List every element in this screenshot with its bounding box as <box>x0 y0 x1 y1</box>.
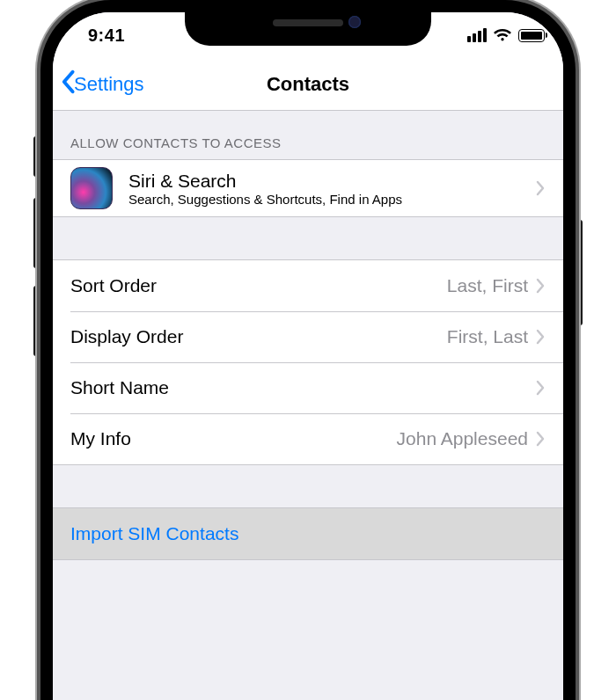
row-import-sim-contacts[interactable]: Import SIM Contacts <box>53 508 563 559</box>
section-header-access: Allow Contacts to Access <box>53 111 563 159</box>
display-order-label: Display Order <box>70 326 447 347</box>
sort-order-label: Sort Order <box>70 275 447 296</box>
status-time: 9:41 <box>88 26 125 46</box>
sort-order-value: Last, First <box>447 275 528 296</box>
back-button-label: Settings <box>74 73 144 96</box>
my-info-label: My Info <box>70 428 397 449</box>
chevron-right-icon <box>535 278 546 294</box>
import-sim-label: Import SIM Contacts <box>70 523 546 544</box>
row-sort-order[interactable]: Sort Order Last, First <box>53 260 563 311</box>
chevron-left-icon <box>60 69 74 99</box>
siri-icon <box>70 167 113 209</box>
cellular-signal-icon <box>467 28 487 42</box>
battery-icon <box>518 29 547 42</box>
chevron-right-icon <box>535 380 546 396</box>
siri-row-subtitle: Search, Suggestions & Shortcuts, Find in… <box>128 192 535 207</box>
content-area: Allow Contacts to Access Siri & Search S… <box>53 111 563 700</box>
phone-frame: 9:41 Settings Contac <box>40 0 576 700</box>
page-title: Contacts <box>267 73 349 96</box>
back-button[interactable]: Settings <box>60 69 144 99</box>
row-display-order[interactable]: Display Order First, Last <box>53 311 563 362</box>
device-notch <box>185 0 431 46</box>
row-short-name[interactable]: Short Name <box>53 362 563 413</box>
group-import: Import SIM Contacts <box>53 507 563 560</box>
my-info-value: John Appleseed <box>397 428 528 449</box>
row-my-info[interactable]: My Info John Appleseed <box>53 413 563 464</box>
chevron-right-icon <box>535 431 546 447</box>
chevron-right-icon <box>535 180 546 196</box>
display-order-value: First, Last <box>447 326 528 347</box>
wifi-icon <box>493 28 512 42</box>
row-siri-search[interactable]: Siri & Search Search, Suggestions & Shor… <box>53 160 563 216</box>
short-name-label: Short Name <box>70 377 528 398</box>
group-name-settings: Sort Order Last, First Display Order Fir… <box>53 259 563 465</box>
chevron-right-icon <box>535 329 546 345</box>
group-siri: Siri & Search Search, Suggestions & Shor… <box>53 159 563 217</box>
navigation-bar: Settings Contacts <box>53 58 563 111</box>
siri-row-title: Siri & Search <box>128 171 535 192</box>
